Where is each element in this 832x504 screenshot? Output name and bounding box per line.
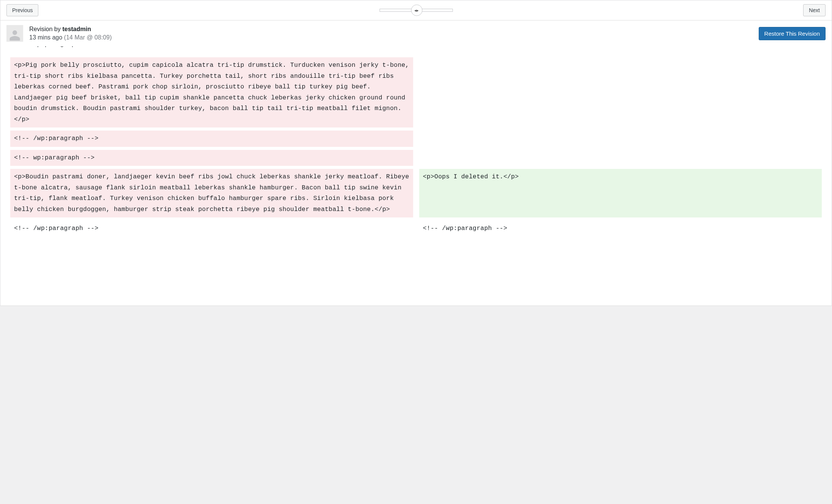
slider-track[interactable]: ◂▸ xyxy=(379,9,453,12)
revision-header: Previous ◂▸ Next xyxy=(0,0,832,20)
diff-body: <!-- wp:paragraph --><p>Pig pork belly p… xyxy=(0,46,832,250)
diff-row: <!-- /wp:paragraph --> xyxy=(10,131,822,147)
diff-row: <!-- /wp:paragraph --><!-- /wp:paragraph… xyxy=(10,220,822,237)
diff-row: <!-- wp:paragraph --> xyxy=(10,150,822,166)
diff-right-cell: <!-- /wp:paragraph --> xyxy=(419,220,822,237)
slider-handle[interactable]: ◂▸ xyxy=(411,5,422,16)
diff-left-cell: <!-- wp:paragraph --> xyxy=(10,150,413,166)
diff-right-cell xyxy=(419,131,822,147)
diff-right-cell xyxy=(419,150,822,166)
person-icon xyxy=(8,28,22,42)
next-button[interactable]: Next xyxy=(803,4,826,16)
revision-slider[interactable]: ◂▸ xyxy=(379,9,453,12)
diff-left-cell: <p>Pig pork belly prosciutto, cupim capi… xyxy=(10,57,413,128)
revision-time-relative: 13 mins ago xyxy=(29,34,64,41)
diff-row: <p>Boudin pastrami doner, landjaeger kev… xyxy=(10,169,822,217)
restore-revision-button[interactable]: Restore This Revision xyxy=(759,27,826,40)
diff-row: <!-- wp:paragraph --> xyxy=(10,46,822,54)
revision-by-label: Revision by xyxy=(29,26,62,32)
revision-username: testadmin xyxy=(62,26,91,32)
revision-time-absolute: (14 Mar @ 08:09) xyxy=(64,34,112,41)
diff-right-cell xyxy=(419,57,822,128)
diff-left-cell: <p>Boudin pastrami doner, landjaeger kev… xyxy=(10,169,413,217)
diff-left-cell: <!-- /wp:paragraph --> xyxy=(10,131,413,147)
diff-left-cell: <!-- /wp:paragraph --> xyxy=(10,220,413,237)
diff-right-cell: <p>Oops I deleted it.</p> xyxy=(419,169,822,217)
previous-button[interactable]: Previous xyxy=(6,4,38,16)
revision-compare-container: Previous ◂▸ Next Revision by testadmin 1… xyxy=(0,0,832,306)
avatar xyxy=(6,25,23,42)
revision-meta-row: Revision by testadmin 13 mins ago (14 Ma… xyxy=(0,20,832,46)
revision-info: Revision by testadmin 13 mins ago (14 Ma… xyxy=(29,25,112,41)
diff-row: <p>Pig pork belly prosciutto, cupim capi… xyxy=(10,57,822,128)
